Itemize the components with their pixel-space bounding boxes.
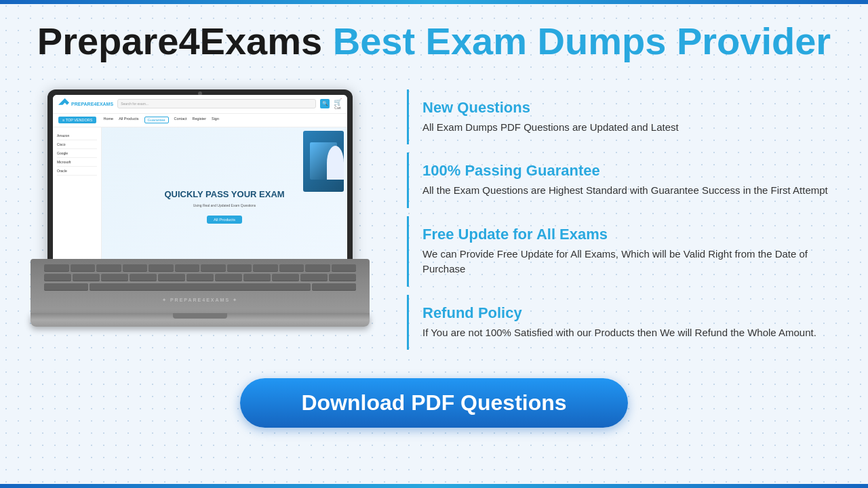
key (300, 274, 328, 281)
hero-subtitle: Using Real and Updated Exam Questions (193, 203, 256, 207)
laptop-hinge (173, 313, 227, 319)
menu-register: Register (192, 117, 205, 123)
features-section: New Questions All Exam Dumps PDF Questio… (407, 89, 848, 359)
feature-desc-refund-policy: If You are not 100% Satisfied with our P… (422, 325, 848, 341)
bottom-bar (0, 484, 868, 488)
key (71, 264, 96, 271)
key (201, 264, 226, 271)
all-products-btn: All Products (207, 216, 242, 224)
search-placeholder: Search for exam... (121, 102, 149, 106)
laptop-screen-outer: PREPARE4EXAMS Search for exam... 🔍 🛒 Car… (47, 89, 353, 286)
sidebar-cisco: Cisco (57, 140, 97, 149)
download-section: Download PDF Questions (20, 378, 848, 428)
product-image (303, 131, 344, 192)
feature-desc-free-update: We can Provide Free Update for All Exams… (422, 247, 848, 277)
key (227, 264, 252, 271)
sidebar-oracle: Oracle (57, 167, 97, 176)
key (243, 274, 271, 281)
key (130, 274, 157, 281)
feature-title-passing-guarantee: 100% Passing Guarantee (422, 162, 848, 180)
feature-title-free-update: Free Update for All Exams (422, 226, 848, 243)
menu-products: All Products (119, 117, 138, 123)
key (158, 274, 185, 281)
menu-contact: Contact (174, 117, 187, 123)
key (215, 274, 242, 281)
key (305, 264, 330, 271)
main-content: PREPARE4EXAMS Search for exam... 🔍 🛒 Car… (20, 89, 848, 359)
laptop-brand-watermark: ✦ PREPARE4EXAMS ✦ (162, 298, 238, 303)
key (329, 274, 356, 281)
brand-blue: Best Exam Dumps Provider (322, 20, 831, 62)
logo-text: PREPARE4EXAMS (71, 102, 113, 106)
feature-desc-passing-guarantee: All the Exam Questions are Highest Stand… (422, 183, 848, 199)
key (312, 283, 356, 290)
menu-guarantee: Guarantee (144, 117, 169, 123)
cart-icon: 🛒 Cart (334, 98, 342, 110)
key (101, 274, 128, 281)
page-container: Prepare4Exams Best Exam Dumps Provider (20, 0, 848, 441)
logo-bird-icon (58, 98, 69, 109)
website-nav: PREPARE4EXAMS Search for exam... 🔍 🛒 Car… (53, 95, 347, 114)
keyboard-row-1 (44, 264, 356, 271)
feature-title-new-questions: New Questions (422, 99, 848, 117)
key (73, 274, 100, 281)
key (272, 274, 299, 281)
brand-dark: Prepare4Exams (37, 20, 322, 62)
website-top-menu: ≡ TOP VENDORS Home All Products Guarante… (53, 114, 347, 127)
keyboard-row-3 (44, 283, 356, 290)
key (44, 264, 69, 271)
sidebar-amazon: Amazon (57, 131, 97, 140)
sidebar-microsoft: Microsoft (57, 158, 97, 167)
page-title: Prepare4Exams Best Exam Dumps Provider (20, 20, 848, 62)
download-button[interactable]: Download PDF Questions (240, 378, 627, 428)
feature-title-refund-policy: Refund Policy (422, 304, 848, 322)
key (44, 283, 88, 290)
laptop-section: PREPARE4EXAMS Search for exam... 🔍 🛒 Car… (20, 89, 380, 347)
key (253, 264, 278, 271)
key (149, 264, 174, 271)
feature-desc-new-questions: All Exam Dumps PDF Questions are Updated… (422, 120, 848, 136)
feature-refund-policy: Refund Policy If You are not 100% Satisf… (407, 295, 848, 350)
sidebar-google: Google (57, 149, 97, 158)
key (332, 264, 357, 271)
menu-links: Home All Products Guarantee Contact Regi… (103, 117, 219, 123)
key (123, 264, 148, 271)
laptop-base (31, 313, 370, 327)
search-btn: 🔍 (320, 99, 330, 108)
key (44, 274, 71, 281)
hero-title: QUICKLY PASS YOUR EXAM (164, 189, 284, 201)
website-search: Search for exam... (117, 99, 316, 108)
key (175, 264, 200, 271)
key (96, 264, 121, 271)
key (279, 264, 304, 271)
website-logo: PREPARE4EXAMS (58, 98, 113, 109)
spacebar-key (90, 283, 311, 290)
feature-new-questions: New Questions All Exam Dumps PDF Questio… (407, 89, 848, 145)
menu-sign: Sign (212, 117, 219, 123)
keyboard-rows (44, 264, 356, 290)
keyboard-row-2 (44, 274, 356, 281)
header: Prepare4Exams Best Exam Dumps Provider (20, 14, 848, 69)
feature-passing-guarantee: 100% Passing Guarantee All the Exam Ques… (407, 152, 848, 208)
vendors-btn: ≡ TOP VENDORS (58, 117, 96, 123)
key (186, 274, 214, 281)
laptop-wrapper: PREPARE4EXAMS Search for exam... 🔍 🛒 Car… (20, 89, 380, 347)
menu-home: Home (103, 117, 113, 123)
feature-free-update: Free Update for All Exams We can Provide… (407, 216, 848, 287)
laptop-keyboard (31, 259, 370, 313)
laptop-screen-inner: PREPARE4EXAMS Search for exam... 🔍 🛒 Car… (53, 95, 347, 286)
